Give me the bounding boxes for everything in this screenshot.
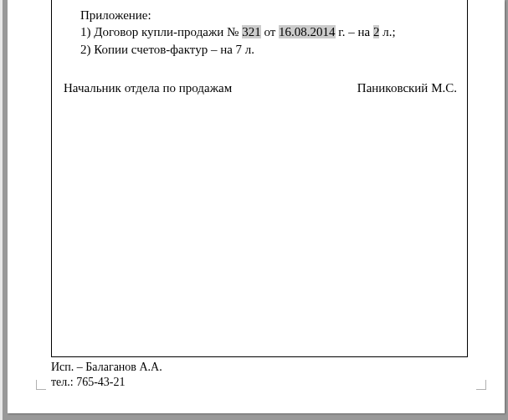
attachment-item-1-number: 321 xyxy=(242,25,261,38)
footer-executor: Исп. – Балаганов А.А. xyxy=(51,360,162,375)
attachment-item-1-date: 16.08.2014 xyxy=(279,25,336,38)
footer-block: Исп. – Балаганов А.А. тел.: 765-43-21 xyxy=(51,360,162,389)
attachment-item-1-suffix: л.; xyxy=(379,25,395,38)
margin-corner-bottom-left xyxy=(36,380,46,390)
attachment-item-2: 2) Копии счетов-фактур – на 7 л. xyxy=(80,41,459,58)
signature-row: Начальник отдела по продажам Паниковский… xyxy=(52,81,467,95)
document-page: Приложение: 1) Договор купли-продажи № 3… xyxy=(8,0,505,413)
attachment-item-1-prefix: 1) Договор купли-продажи № xyxy=(80,25,242,38)
footer-phone: тел.: 765-43-21 xyxy=(51,375,162,390)
document-frame: Приложение: 1) Договор купли-продажи № 3… xyxy=(51,0,468,357)
signature-name: Паниковский М.С. xyxy=(357,81,457,95)
attachment-item-1-mid: от xyxy=(261,25,279,38)
page-background: Приложение: 1) Договор купли-продажи № 3… xyxy=(3,0,508,420)
attachment-block: Приложение: 1) Договор купли-продажи № 3… xyxy=(52,0,467,58)
attachment-heading: Приложение: xyxy=(80,7,459,23)
margin-corner-bottom-right xyxy=(476,380,486,390)
attachment-item-1-mid2: г. – на xyxy=(336,25,373,38)
attachment-item-1: 1) Договор купли-продажи № 321 от 16.08.… xyxy=(80,23,459,40)
signature-position: Начальник отдела по продажам xyxy=(64,81,232,95)
